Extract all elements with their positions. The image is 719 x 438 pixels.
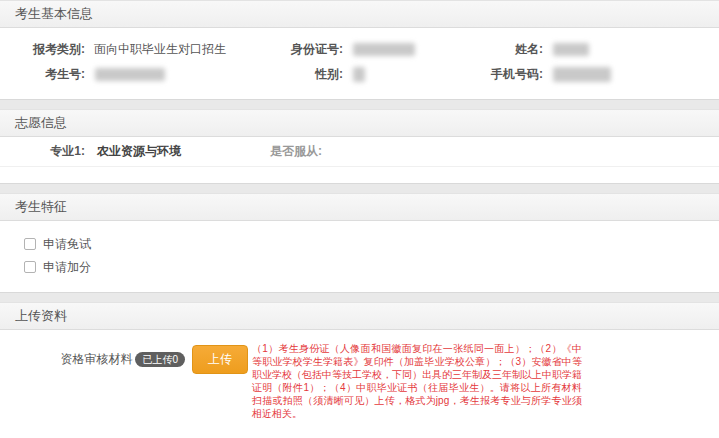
field-phone: 手机号码: xyxy=(460,66,719,83)
field-category: 报考类别: 面向中职毕业生对口招生 xyxy=(0,41,270,58)
id-number-redacted-value xyxy=(353,43,415,56)
bonus-points-label: 申请加分 xyxy=(43,259,91,276)
section-upload-materials: 上传资料 资格审核材料 已上传0 上传 （1）考生身份证（人像面和国徽面复印在一… xyxy=(0,302,719,438)
id-number-label: 身份证号: xyxy=(270,41,343,58)
field-exam-number: 考生号: xyxy=(0,66,270,83)
upload-instructions-text: （1）考生身份证（人像面和国徽面复印在一张纸同一面上）；（2）《中等职业学校学生… xyxy=(252,342,582,420)
exam-exemption-checkbox[interactable] xyxy=(24,238,36,250)
phone-label: 手机号码: xyxy=(460,66,543,83)
volunteer-row-major1: 专业1: 农业资源与环境 是否服从: xyxy=(0,137,719,167)
exam-number-redacted-value xyxy=(95,68,165,81)
section-header-upload-materials: 上传资料 xyxy=(0,302,719,330)
volunteer-empty-row xyxy=(0,167,719,183)
section-volunteer-info: 志愿信息 专业1: 农业资源与环境 是否服从: xyxy=(0,109,719,184)
section-candidate-features: 考生特征 申请免试 申请加分 xyxy=(0,193,719,293)
gender-label: 性别: xyxy=(270,66,343,83)
bonus-points-checkbox[interactable] xyxy=(24,261,36,273)
section-header-volunteer-info: 志愿信息 xyxy=(0,109,719,137)
upload-button[interactable]: 上传 xyxy=(192,345,248,374)
major1-value: 农业资源与环境 xyxy=(97,143,181,160)
field-id-number: 身份证号: xyxy=(270,41,460,58)
field-major1: 专业1: 农业资源与环境 xyxy=(0,143,270,160)
registration-form-page: 考生基本信息 报考类别: 面向中职毕业生对口招生 身份证号: 姓名: xyxy=(0,0,719,438)
field-obey-adjustment: 是否服从: xyxy=(270,143,322,160)
basic-info-row-1: 报考类别: 面向中职毕业生对口招生 身份证号: 姓名: xyxy=(0,37,719,62)
basic-info-body: 报考类别: 面向中职毕业生对口招生 身份证号: 姓名: 考生号: xyxy=(0,28,719,99)
section-title-basic-info: 考生基本信息 xyxy=(15,5,93,23)
basic-info-row-2: 考生号: 性别: 手机号码: xyxy=(0,62,719,87)
name-redacted-value xyxy=(553,43,589,56)
uploaded-count-badge: 已上传0 xyxy=(135,352,185,367)
phone-redacted-value xyxy=(553,67,611,82)
field-name: 姓名: xyxy=(460,41,719,58)
candidate-features-body: 申请免试 申请加分 xyxy=(0,221,719,292)
category-value: 面向中职毕业生对口招生 xyxy=(94,41,226,58)
section-title-volunteer-info: 志愿信息 xyxy=(15,114,67,132)
exam-exemption-row: 申请免试 xyxy=(24,234,719,254)
section-title-candidate-features: 考生特征 xyxy=(15,198,67,216)
name-label: 姓名: xyxy=(460,41,543,58)
qualification-material-label: 资格审核材料 xyxy=(60,351,132,368)
category-label: 报考类别: xyxy=(0,41,85,58)
field-gender: 性别: xyxy=(270,66,460,83)
major1-label: 专业1: xyxy=(0,143,85,160)
section-title-upload-materials: 上传资料 xyxy=(15,307,67,325)
bonus-points-row: 申请加分 xyxy=(24,257,719,277)
exam-exemption-label: 申请免试 xyxy=(43,236,91,253)
section-header-candidate-features: 考生特征 xyxy=(0,193,719,221)
gender-redacted-value xyxy=(353,67,365,82)
volunteer-body: 专业1: 农业资源与环境 是否服从: xyxy=(0,137,719,183)
obey-adjustment-label: 是否服从: xyxy=(270,143,322,160)
upload-materials-body: 资格审核材料 已上传0 上传 （1）考生身份证（人像面和国徽面复印在一张纸同一面… xyxy=(0,330,719,438)
exam-number-label: 考生号: xyxy=(0,66,85,83)
upload-controls: 资格审核材料 已上传0 上传 xyxy=(0,342,248,374)
section-basic-info: 考生基本信息 报考类别: 面向中职毕业生对口招生 身份证号: 姓名: xyxy=(0,0,719,100)
section-header-basic-info: 考生基本信息 xyxy=(0,0,719,28)
